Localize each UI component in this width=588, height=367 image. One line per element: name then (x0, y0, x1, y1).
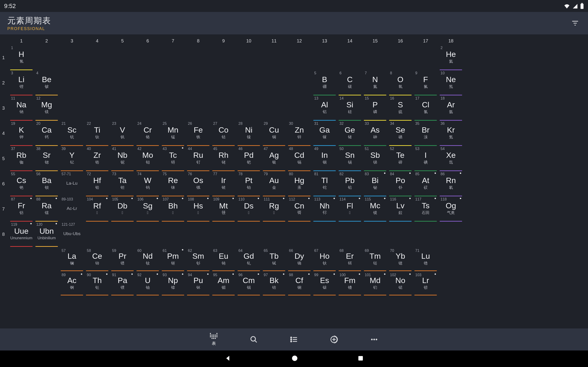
element-cell-Mg[interactable]: 12Mg镁 (34, 95, 59, 121)
element-cell-Mn[interactable]: 25Mn锰 (160, 121, 186, 146)
filter-button[interactable] (569, 17, 581, 29)
element-cell-Ba[interactable]: 56Ba钡 (34, 171, 59, 196)
element-cell-Ta[interactable]: 73Ta钽 (110, 171, 135, 196)
element-cell-Nd[interactable]: 60Nd钕 (135, 248, 160, 271)
element-cell-Zr[interactable]: 40Zr锆 (85, 146, 110, 171)
element-cell-Au[interactable]: 79Au金 (261, 171, 287, 196)
element-cell-Sr[interactable]: 38Sr锶 (34, 146, 59, 171)
element-cell-Co[interactable]: 27Co钴 (211, 121, 236, 146)
element-cell-K[interactable]: 19K钾 (9, 121, 34, 146)
element-cell-Es[interactable]: 99Es锿 (312, 272, 337, 295)
nav-search[interactable] (250, 336, 258, 343)
element-cell-Pu[interactable]: 94Pu钚 (186, 272, 211, 295)
element-cell-Hf[interactable]: 72Hf铪 (85, 171, 110, 196)
element-cell-Bh[interactable]: 107Bh𬭛 (160, 196, 186, 222)
element-cell-Sb[interactable]: 51Sb锑 (363, 146, 388, 171)
element-cell-In[interactable]: 49In铟 (312, 146, 337, 171)
element-cell-Sn[interactable]: 50Sn锡 (337, 146, 363, 171)
element-cell-Mc[interactable]: 115Mc镆 (363, 196, 388, 222)
element-cell-Cf[interactable]: 98Cf锎 (287, 272, 312, 295)
element-cell-Xe[interactable]: 54Xe氙 (438, 146, 464, 171)
element-cell-Db[interactable]: 105Db𬭊 (110, 196, 135, 222)
element-cell-Sm[interactable]: 62Sm钐 (186, 248, 211, 271)
element-cell-Pd[interactable]: 46Pd钯 (236, 146, 261, 171)
element-cell-Dy[interactable]: 66Dy镝 (287, 248, 312, 271)
nav-list[interactable] (290, 336, 298, 343)
sys-recent[interactable] (358, 355, 363, 362)
element-cell-Cu[interactable]: 29Cu铜 (261, 121, 287, 146)
element-cell-Ra[interactable]: 88Ra镭 (34, 196, 59, 222)
element-cell-Np[interactable]: 93Np镎 (160, 272, 186, 295)
element-cell-Ubn[interactable]: 120UbnUnbinilium (34, 222, 59, 247)
element-cell-Na[interactable]: 11Na钠 (9, 95, 34, 121)
element-cell-Fe[interactable]: 26Fe铁 (186, 121, 211, 146)
element-cell-Lv[interactable]: 116Lv鉝 (388, 196, 413, 222)
element-cell-Ni[interactable]: 28Ni镍 (236, 121, 261, 146)
element-cell-Cs[interactable]: 55Cs铯 (9, 171, 34, 196)
element-cell-V[interactable]: 23V钒 (110, 121, 135, 146)
element-cell-Sg[interactable]: 106Sg𬭳 (135, 196, 160, 222)
element-cell-Nb[interactable]: 41Nb铌 (110, 146, 135, 171)
element-cell-H[interactable]: 1H氢 (9, 45, 34, 70)
element-cell-Tl[interactable]: 81Tl铊 (312, 171, 337, 196)
element-cell-Al[interactable]: 13Al铝 (312, 95, 337, 121)
element-cell-Ag[interactable]: 47Ag银 (261, 146, 287, 171)
element-range-placeholder[interactable]: 89-103Ac-Lr (59, 196, 85, 222)
element-cell-Rg[interactable]: 111Rg𬬭 (261, 196, 287, 222)
element-cell-Rh[interactable]: 45Rh铑 (211, 146, 236, 171)
element-cell-No[interactable]: 102No锘 (388, 272, 413, 295)
sys-home[interactable] (292, 355, 298, 362)
element-cell-Ar[interactable]: 18Ar氩 (438, 95, 464, 121)
element-cell-Kr[interactable]: 36Kr氪 (438, 121, 464, 146)
element-cell-Cm[interactable]: 96Cm锔 (236, 272, 261, 295)
element-cell-I[interactable]: 53I碘 (413, 146, 438, 171)
element-cell-Gd[interactable]: 64Gd钆 (236, 248, 261, 271)
element-cell-Pa[interactable]: 91Pa镤 (110, 272, 135, 295)
element-cell-Am[interactable]: 95Am镅 (211, 272, 236, 295)
element-cell-C[interactable]: 6C碳 (337, 70, 363, 95)
element-cell-La[interactable]: 57La镧 (59, 248, 85, 271)
element-cell-F[interactable]: 9F氟 (413, 70, 438, 95)
element-cell-U[interactable]: 92U铀 (135, 272, 160, 295)
element-cell-N[interactable]: 7N氮 (363, 70, 388, 95)
element-cell-Pr[interactable]: 59Pr镨 (110, 248, 135, 271)
element-cell-Ce[interactable]: 58Ce铈 (85, 248, 110, 271)
element-cell-Te[interactable]: 52Te碲 (388, 146, 413, 171)
element-cell-Pm[interactable]: 61Pm钷 (160, 248, 186, 271)
element-cell-Cn[interactable]: 112Cn鿔 (287, 196, 312, 222)
element-cell-Ca[interactable]: 20Ca钙 (34, 121, 59, 146)
element-cell-Be[interactable]: 4Be铍 (34, 70, 59, 95)
element-cell-Yb[interactable]: 70Yb镱 (388, 248, 413, 271)
element-cell-Hs[interactable]: 108Hs𬭶 (186, 196, 211, 222)
element-cell-Re[interactable]: 75Re铼 (160, 171, 186, 196)
element-cell-Si[interactable]: 14Si硅 (337, 95, 363, 121)
element-cell-Rn[interactable]: 86Rn氡 (438, 171, 464, 196)
element-cell-O[interactable]: 8O氧 (388, 70, 413, 95)
element-cell-Cr[interactable]: 24Cr铬 (135, 121, 160, 146)
element-cell-As[interactable]: 33As砷 (363, 121, 388, 146)
element-cell-Ho[interactable]: 67Ho钬 (312, 248, 337, 271)
element-cell-Fl[interactable]: 114Fl𫓧 (337, 196, 363, 222)
element-cell-Rf[interactable]: 104Rf𬬻 (85, 196, 110, 222)
element-cell-S[interactable]: 16S硫 (388, 95, 413, 121)
element-cell-Uue[interactable]: 119UueUnunennium (9, 222, 34, 247)
element-cell-Li[interactable]: 3Li锂 (9, 70, 34, 95)
element-cell-Og[interactable]: 118Og气奥 (438, 196, 464, 222)
element-cell-Lu[interactable]: 71Lu镥 (413, 248, 438, 271)
element-cell-Mo[interactable]: 42Mo钼 (135, 146, 160, 171)
element-cell-Ts[interactable]: 117Ts石田 (413, 196, 438, 222)
element-cell-Mt[interactable]: 109Mt鿏 (211, 196, 236, 222)
element-cell-Md[interactable]: 101Md钔 (363, 272, 388, 295)
element-cell-Sc[interactable]: 21Sc钪 (59, 121, 85, 146)
element-cell-W[interactable]: 74W钨 (135, 171, 160, 196)
element-cell-Fr[interactable]: 87Fr钫 (9, 196, 34, 222)
element-cell-Bk[interactable]: 97Bk锫 (261, 272, 287, 295)
nav-table[interactable]: 表 (210, 333, 218, 346)
element-cell-Po[interactable]: 84Po钋 (388, 171, 413, 196)
element-cell-Ac[interactable]: 89Ac锕 (59, 272, 85, 295)
element-cell-Tb[interactable]: 65Tb铽 (261, 248, 287, 271)
element-cell-Tm[interactable]: 69Tm铥 (363, 248, 388, 271)
element-cell-Pt[interactable]: 78Pt铂 (236, 171, 261, 196)
element-cell-Pb[interactable]: 82Pb铅 (337, 171, 363, 196)
element-cell-Ne[interactable]: 10Ne氖 (438, 70, 464, 95)
